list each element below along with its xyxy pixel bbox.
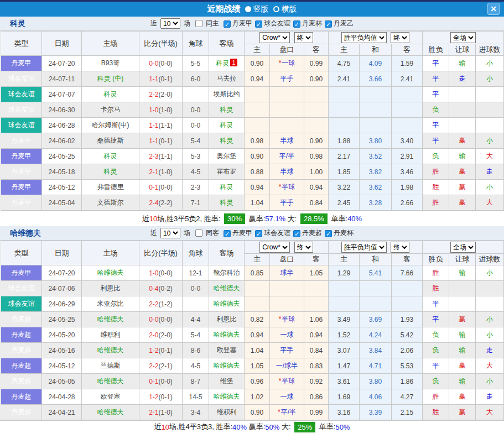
odds-state-select[interactable]: 终 bbox=[294, 32, 313, 43]
eu-home-odds-cell: 3.61 bbox=[329, 374, 360, 389]
summary-text: 场,胜3平5负2, 胜率: bbox=[157, 214, 222, 224]
corner-cell: 0-0 bbox=[183, 281, 209, 296]
score-cell: 1-1(0-1) bbox=[139, 133, 183, 149]
home-team-cell: 桑德捷斯 bbox=[82, 133, 139, 149]
away-team-cell: 马夫拉 bbox=[209, 71, 245, 87]
match-row: 丹麦甲24-05-25科灵2-3(1-1)5-3奥尔堡0.90平/半0.982.… bbox=[1, 149, 504, 164]
horizontal-layout-radio[interactable] bbox=[273, 6, 279, 12]
eu-home-odds-cell: 3.22 bbox=[329, 180, 360, 195]
match-row: 球会友谊24-07-07科灵2-2(2-0)埃斯比约平 bbox=[1, 87, 504, 102]
eu-draw-odds-cell: 4.09 bbox=[360, 56, 392, 71]
goals-result-cell: 小 bbox=[476, 312, 504, 327]
league-checkbox[interactable]: ✓ bbox=[255, 230, 262, 237]
match-date-cell: 24-05-16 bbox=[42, 343, 82, 358]
eu-home-odds-cell bbox=[329, 281, 360, 296]
league-checkbox[interactable]: ✓ bbox=[325, 230, 332, 237]
goals-result-cell: 大 bbox=[476, 358, 504, 374]
same-venue-checkbox[interactable] bbox=[195, 229, 202, 237]
goals-result-cell: 走 bbox=[476, 343, 504, 358]
ah-away-odds-cell: 1.05 bbox=[304, 265, 329, 281]
league-type-cell: 丹麦甲 bbox=[1, 164, 42, 180]
ah-home-odds-cell: 0.98 bbox=[245, 133, 270, 149]
home-team-cell: 哈尔姆斯(中) bbox=[82, 118, 139, 133]
col-goals: 进球数 bbox=[476, 44, 504, 56]
eu-away-odds-cell bbox=[392, 281, 423, 296]
handicap-result-cell: 走 bbox=[449, 71, 476, 87]
col-date: 日期 bbox=[42, 241, 82, 265]
col-goals: 进球数 bbox=[476, 254, 504, 265]
avg-odds-select[interactable]: 胜平负均值 bbox=[341, 242, 387, 253]
eu-draw-odds-cell: 3.82 bbox=[360, 164, 392, 180]
league-checkbox[interactable]: ✓ bbox=[325, 20, 332, 28]
corner-cell: 5-3 bbox=[183, 149, 209, 164]
eu-away-odds-cell bbox=[392, 118, 423, 133]
match-count-select[interactable]: 10 bbox=[160, 228, 180, 238]
league-checkbox[interactable]: ✓ bbox=[224, 20, 231, 28]
league-checkbox[interactable]: ✓ bbox=[293, 230, 300, 237]
scope-select[interactable]: 全场 bbox=[450, 32, 476, 43]
summary-text: 场,胜4平3负3, 胜率: bbox=[169, 422, 232, 432]
home-team-cell: 哈维德夫 bbox=[82, 343, 139, 358]
result-cell: 胜 bbox=[423, 180, 449, 195]
eu-away-odds-cell: 2.66 bbox=[392, 195, 423, 211]
ah-home-odds-cell: 0.94 bbox=[245, 71, 270, 87]
league-checkbox[interactable]: ✓ bbox=[224, 230, 231, 237]
corner-cell: 0-0 bbox=[183, 118, 209, 133]
corner-cell: 3-4 bbox=[183, 405, 209, 420]
league-type-cell: 丹麦超 bbox=[1, 389, 42, 405]
corner-cell: 5-5 bbox=[183, 56, 209, 71]
home-team-cell: 维积利 bbox=[82, 327, 139, 343]
ah-away-odds-cell: 0.92 bbox=[304, 374, 329, 389]
league-checkbox[interactable]: ✓ bbox=[293, 20, 300, 28]
match-date-cell: 24-07-20 bbox=[42, 265, 82, 281]
home-team-cell: 科灵 bbox=[82, 149, 139, 164]
ah-home-odds-cell: 1.04 bbox=[245, 343, 270, 358]
eu-draw-odds-cell bbox=[360, 281, 392, 296]
avg-state-select[interactable]: 终 bbox=[391, 32, 409, 43]
eu-draw-odds-cell: 3.62 bbox=[360, 180, 392, 195]
eu-away-odds-cell bbox=[392, 87, 423, 102]
odds-source-select[interactable]: Crow* bbox=[259, 242, 290, 253]
match-count-select[interactable]: 10 bbox=[160, 18, 180, 29]
score-cell: 0-0(0-0) bbox=[139, 312, 183, 327]
avg-odds-select[interactable]: 胜平负均值 bbox=[341, 32, 387, 43]
match-date-cell: 24-06-28 bbox=[42, 118, 82, 133]
col-result: 胜负 bbox=[423, 44, 449, 56]
handicap-result-cell: 输 bbox=[449, 265, 476, 281]
home-team-cell: 哈维德夫 bbox=[82, 265, 139, 281]
col-score: 比分(半场) bbox=[139, 32, 183, 56]
col-away: 客场 bbox=[209, 32, 245, 56]
match-date-cell: 24-04-21 bbox=[42, 405, 82, 420]
match-row: 丹麦甲24-07-20B93哥0-0(0-0)5-5科灵10.90*一球0.99… bbox=[1, 56, 504, 71]
league-checkbox-label: 丹麦杯 bbox=[334, 229, 354, 237]
league-type-cell: 丹麦甲 bbox=[1, 195, 42, 211]
vertical-layout-radio[interactable] bbox=[245, 6, 251, 12]
match-row: 丹麦甲24-05-12弗雷德里0-1(0-0)2-3科灵0.94*半球0.943… bbox=[1, 180, 504, 195]
match-row: 丹麦超24-04-21哈维德夫2-1(1-0)3-4维积利0.90*平/半0.9… bbox=[1, 405, 504, 420]
goals-result-cell: 小 bbox=[476, 180, 504, 195]
odds-source-select[interactable]: Crow* bbox=[259, 32, 290, 43]
league-type-cell: 丹麦超 bbox=[1, 343, 42, 358]
corner-cell: 12-1 bbox=[183, 265, 209, 281]
result-cell: 平 bbox=[423, 87, 449, 102]
eu-draw-odds-cell bbox=[360, 102, 392, 118]
summary-text: 10 bbox=[149, 215, 157, 223]
scope-select[interactable]: 全场 bbox=[450, 242, 476, 253]
goals-result-cell: 大 bbox=[476, 195, 504, 211]
league-type-cell: 球会友谊 bbox=[1, 296, 42, 312]
away-team-cell: 奥尔堡 bbox=[209, 149, 245, 164]
score-cell: 2-2(2-0) bbox=[139, 87, 183, 102]
league-checkbox[interactable]: ✓ bbox=[255, 20, 262, 28]
score-cell: 1-0(0-0) bbox=[139, 265, 183, 281]
avg-state-select[interactable]: 终 bbox=[391, 242, 409, 253]
ah-line-cell: 平/半 bbox=[270, 149, 304, 164]
results-table: 类型 日期 主场 比分(半场) 角球 客场 Crow* 终 胜平负均值 终 全场 bbox=[1, 241, 504, 420]
summary-text: 50% bbox=[265, 423, 279, 431]
same-venue-checkbox[interactable] bbox=[195, 20, 202, 27]
close-icon[interactable]: ✕ bbox=[487, 3, 500, 15]
home-team-cell: 科灵 (中) bbox=[82, 71, 139, 87]
goals-result-cell bbox=[476, 87, 504, 102]
eu-home-odds-cell: 1.29 bbox=[329, 265, 360, 281]
away-team-cell: 哈维德夫 bbox=[209, 296, 245, 312]
odds-state-select[interactable]: 终 bbox=[294, 242, 313, 253]
